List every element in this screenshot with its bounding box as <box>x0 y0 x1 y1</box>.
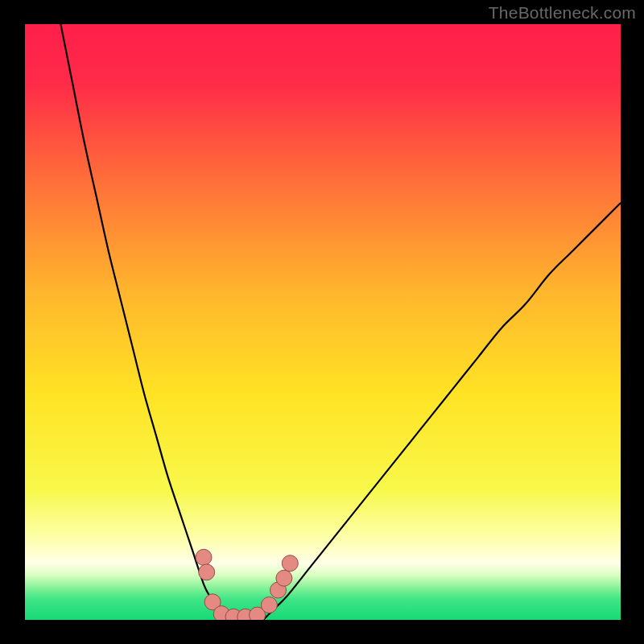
marker-dot <box>261 597 277 613</box>
marker-dot <box>282 555 298 572</box>
marker-dot <box>196 549 212 565</box>
chart-background <box>25 24 621 620</box>
marker-dot <box>199 564 215 580</box>
bottleneck-chart <box>25 24 621 620</box>
marker-dot <box>276 570 292 586</box>
chart-frame: TheBottleneck.com <box>0 0 644 644</box>
watermark-label: TheBottleneck.com <box>489 3 636 23</box>
